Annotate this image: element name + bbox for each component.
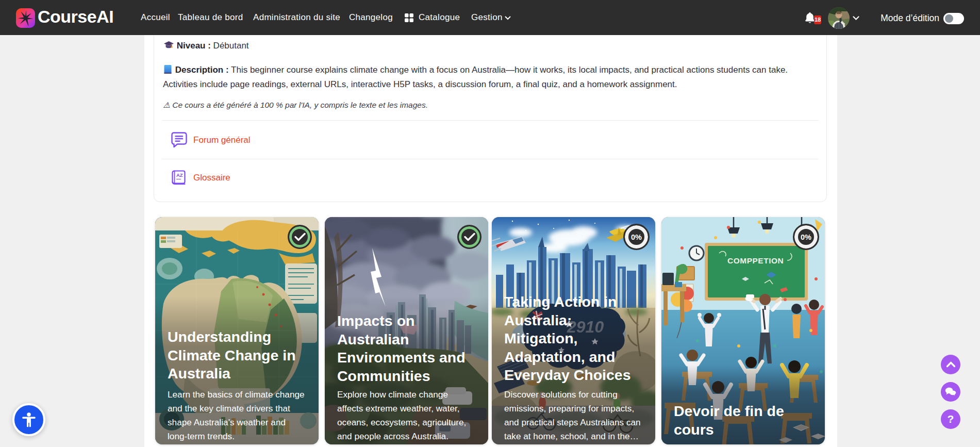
svg-text:—: —: [176, 176, 181, 181]
svg-text:COMPPETION: COMPPETION: [727, 256, 784, 265]
